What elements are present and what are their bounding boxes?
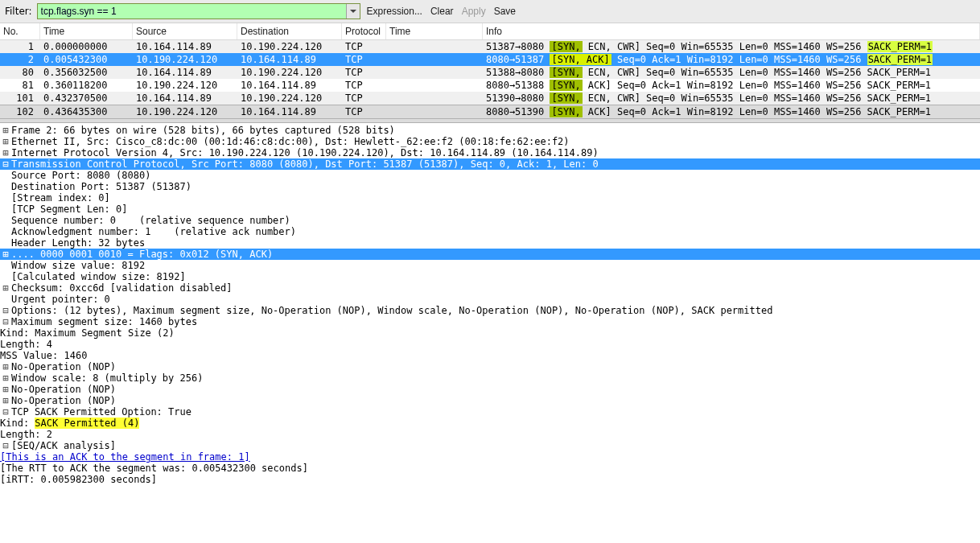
clear-button[interactable]: Clear — [429, 6, 455, 17]
tree-mss-kind[interactable]: Kind: Maximum Segment Size (2) — [0, 327, 980, 339]
packet-details[interactable]: ⊞Frame 2: 66 bytes on wire (528 bits), 6… — [0, 123, 980, 490]
tree-nop2[interactable]: ⊞No-Operation (NOP) — [0, 384, 980, 395]
filter-label: Filter: — [5, 6, 32, 17]
col-destination[interactable]: Destination — [237, 23, 342, 39]
cell-info: 8080→51387 [SYN, ACK] Seq=0 Ack=1 Win=81… — [483, 53, 980, 66]
cell-info: 51388→8080 [SYN, ECN, CWR] Seq=0 Win=655… — [483, 66, 980, 79]
cell: 0.432370500 — [40, 92, 133, 105]
filter-combo[interactable] — [37, 3, 360, 19]
packet-list-header[interactable]: No. Time Source Destination Protocol Tim… — [0, 23, 980, 40]
save-button[interactable]: Save — [492, 6, 517, 17]
tree-srcport[interactable]: Source Port: 8080 (8080) — [0, 170, 980, 181]
cell — [386, 105, 483, 118]
chevron-down-icon — [350, 8, 356, 14]
cell: 10.164.114.89 — [133, 40, 237, 53]
cell: 2 — [0, 53, 40, 66]
tree-rtt[interactable]: [The RTT to ACK the segment was: 0.00543… — [0, 463, 980, 474]
tree-ack-link[interactable]: [This is an ACK to the segment in frame:… — [0, 451, 980, 463]
packet-row[interactable]: 810.36011820010.190.224.12010.164.114.89… — [0, 79, 980, 92]
cell: TCP — [342, 40, 386, 53]
packet-row[interactable]: 1010.43237050010.164.114.8910.190.224.12… — [0, 92, 980, 105]
cell: TCP — [342, 105, 386, 118]
tree-flags[interactable]: ⊞.... 0000 0001 0010 = Flags: 0x012 (SYN… — [0, 249, 980, 260]
tree-ack[interactable]: Acknowledgment number: 1 (relative ack n… — [0, 226, 980, 237]
cell: 10.190.224.120 — [133, 79, 237, 92]
cell: 10.164.114.89 — [237, 105, 342, 118]
filter-toolbar: Filter: Expression... Clear Apply Save — [0, 0, 980, 23]
tree-irtt[interactable]: [iRTT: 0.005982300 seconds] — [0, 474, 980, 485]
tree-seglen[interactable]: [TCP Segment Len: 0] — [0, 204, 980, 215]
cell: 1 — [0, 40, 40, 53]
cell: 0.356032500 — [40, 66, 133, 79]
cell: 10.190.224.120 — [133, 105, 237, 118]
packet-list[interactable]: No. Time Source Destination Protocol Tim… — [0, 23, 980, 118]
packet-row[interactable]: 20.00543230010.190.224.12010.164.114.89T… — [0, 53, 980, 66]
cell: TCP — [342, 66, 386, 79]
tree-ws[interactable]: ⊞Window scale: 8 (multiply by 256) — [0, 372, 980, 384]
cell: 80 — [0, 66, 40, 79]
ack-frame-link[interactable]: [This is an ACK to the segment in frame:… — [0, 451, 250, 463]
tree-ethernet[interactable]: ⊞Ethernet II, Src: Cisco_c8:dc:00 (00:1d… — [0, 136, 980, 147]
tree-mss-len[interactable]: Length: 4 — [0, 339, 980, 350]
tree-sack-option[interactable]: ⊟TCP SACK Permitted Option: True — [0, 406, 980, 418]
filter-input[interactable] — [38, 4, 346, 19]
cell — [386, 40, 483, 53]
tree-options[interactable]: ⊟Options: (12 bytes), Maximum segment si… — [0, 305, 980, 316]
col-time[interactable]: Time — [40, 23, 133, 39]
cell — [386, 92, 483, 105]
cell-info: 51387→8080 [SYN, ECN, CWR] Seq=0 Win=655… — [483, 40, 980, 53]
tree-hlen[interactable]: Header Length: 32 bytes — [0, 237, 980, 249]
cell: TCP — [342, 92, 386, 105]
cell: 10.164.114.89 — [237, 53, 342, 66]
tree-sack-len[interactable]: Length: 2 — [0, 429, 980, 440]
col-protocol[interactable]: Protocol — [342, 23, 386, 39]
tree-nop1[interactable]: ⊞No-Operation (NOP) — [0, 361, 980, 372]
tree-sack-kind[interactable]: Kind: SACK Permitted (4) — [0, 418, 980, 429]
cell: 81 — [0, 79, 40, 92]
tree-seqack[interactable]: ⊟[SEQ/ACK analysis] — [0, 440, 980, 451]
cell: 0.436435300 — [40, 105, 133, 118]
tree-checksum[interactable]: ⊞Checksum: 0xcc6d [validation disabled] — [0, 282, 980, 294]
tree-winsize[interactable]: Window size value: 8192 — [0, 260, 980, 271]
tree-ip[interactable]: ⊞Internet Protocol Version 4, Src: 10.19… — [0, 147, 980, 158]
tree-dstport[interactable]: Destination Port: 51387 (51387) — [0, 181, 980, 192]
cell: 0.005432300 — [40, 53, 133, 66]
tree-mss[interactable]: ⊟Maximum segment size: 1460 bytes — [0, 316, 980, 327]
tree-cwinsize[interactable]: [Calculated window size: 8192] — [0, 271, 980, 282]
packet-row[interactable]: 10.00000000010.164.114.8910.190.224.120T… — [0, 40, 980, 53]
cell: 0.360118200 — [40, 79, 133, 92]
tree-nop3[interactable]: ⊞No-Operation (NOP) — [0, 395, 980, 406]
cell: 10.190.224.120 — [133, 53, 237, 66]
col-source[interactable]: Source — [133, 23, 237, 39]
tree-urg[interactable]: Urgent pointer: 0 — [0, 294, 980, 305]
cell-info: 8080→51388 [SYN, ACK] Seq=0 Ack=1 Win=81… — [483, 79, 980, 92]
col-time2[interactable]: Time — [386, 23, 483, 39]
cell — [386, 66, 483, 79]
cell: TCP — [342, 79, 386, 92]
cell: 10.190.224.120 — [237, 92, 342, 105]
packet-row[interactable]: 800.35603250010.164.114.8910.190.224.120… — [0, 66, 980, 79]
cell: 10.190.224.120 — [237, 40, 342, 53]
cell: 102 — [0, 105, 40, 118]
expression-button[interactable]: Expression... — [365, 6, 424, 17]
tree-frame[interactable]: ⊞Frame 2: 66 bytes on wire (528 bits), 6… — [0, 125, 980, 136]
cell: 10.164.114.89 — [133, 92, 237, 105]
cell: 0.000000000 — [40, 40, 133, 53]
cell: TCP — [342, 53, 386, 66]
tree-mss-val[interactable]: MSS Value: 1460 — [0, 350, 980, 361]
tree-stream[interactable]: [Stream index: 0] — [0, 192, 980, 204]
col-info[interactable]: Info — [483, 23, 980, 39]
cell — [386, 53, 483, 66]
tree-tcp[interactable]: ⊟Transmission Control Protocol, Src Port… — [0, 158, 980, 170]
col-no[interactable]: No. — [0, 23, 40, 39]
tree-seq[interactable]: Sequence number: 0 (relative sequence nu… — [0, 215, 980, 226]
packet-row[interactable]: 1020.43643530010.190.224.12010.164.114.8… — [0, 105, 980, 118]
cell: 10.164.114.89 — [237, 79, 342, 92]
cell-info: 8080→51390 [SYN, ACK] Seq=0 Ack=1 Win=81… — [483, 105, 980, 118]
cell — [386, 79, 483, 92]
cell: 10.164.114.89 — [133, 66, 237, 79]
cell: 101 — [0, 92, 40, 105]
filter-dropdown-button[interactable] — [346, 4, 360, 19]
apply-button[interactable]: Apply — [460, 6, 488, 17]
cell: 10.190.224.120 — [237, 66, 342, 79]
